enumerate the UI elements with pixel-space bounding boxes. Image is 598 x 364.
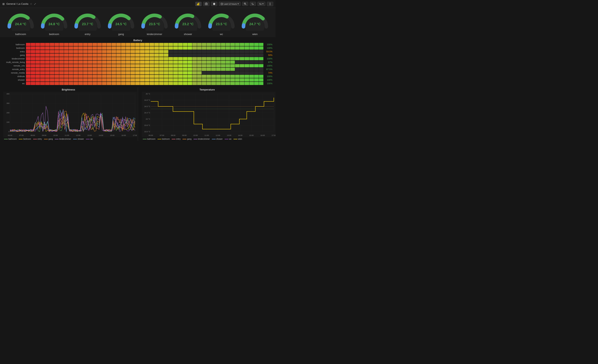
battery-cell [197,75,202,78]
battery-cell [254,71,259,74]
battery-cell [211,75,216,78]
battery-cell [230,78,235,82]
gauge-label-bedroom: bedroom [49,33,59,36]
battery-cell [135,61,140,64]
brightness-legend-item-bathroom: bathroom [4,138,17,140]
battery-cell [64,46,68,50]
battery-cell [45,78,50,82]
menu-button[interactable] [267,2,273,6]
battery-cell [102,75,107,78]
battery-cell [88,61,92,64]
battery-cell [78,54,83,57]
battery-cell [131,71,135,74]
battery-cell [211,64,216,67]
battery-cell [92,78,97,82]
battery-cell [40,57,45,60]
screenshot-button[interactable] [203,2,209,6]
battery-cell [173,57,178,60]
gauge-item-shower: 23.2 °Cshower [174,11,202,36]
battery-cell [135,68,140,71]
svg-text:24.8 °C: 24.8 °C [49,22,60,26]
gauge-svg-wc: 23.5 °C [208,11,235,31]
battery-cell [216,57,221,60]
battery-cell [140,54,144,57]
battery-cell [112,78,116,82]
battery-cell [31,75,35,78]
battery-cell [135,64,140,67]
battery-cell [121,43,125,46]
battery-cell [207,43,211,46]
bar-chart-button[interactable] [195,2,202,6]
interval-button[interactable]: 5s ▾ [257,2,265,6]
battery-cell [64,64,68,67]
battery-cell [31,54,35,57]
zoom-button[interactable] [242,2,248,6]
battery-cell [244,75,249,78]
battery-cells-bathroom [26,43,263,46]
battery-cell [202,75,206,78]
battery-row-gang: gang59% [3,54,273,57]
battery-cell [188,82,192,85]
battery-cell [140,75,144,78]
battery-cell [92,54,97,57]
battery-cell [140,82,144,85]
battery-cell [150,82,154,85]
time-range-button[interactable]: Last 12 hours ▾ [219,2,241,6]
legend-label: gang [49,138,53,140]
battery-cell [131,57,135,60]
battery-row-bedroom: bedroom100% [3,46,273,50]
share-icon[interactable]: ⤢ [34,2,36,6]
battery-cell [197,50,202,53]
battery-cell [240,61,244,64]
battery-cell [164,57,168,60]
battery-cell [168,71,173,74]
battery-cell [107,68,111,71]
grid-icon[interactable]: ⊞ [2,2,5,6]
refresh-button[interactable] [250,2,256,6]
battery-cell [225,64,230,67]
battery-cell [145,64,150,67]
svg-rect-1 [198,3,199,5]
battery-cell [74,68,78,71]
chevron-down-icon: ▾ [238,3,239,5]
battery-cell [83,68,88,71]
brightness-panel: Brightness bathroombedroomentrygangkinde… [0,87,137,141]
battery-cell [55,64,59,67]
battery-cell [254,78,259,82]
battery-cell [97,46,102,50]
battery-cell [249,43,254,46]
chevron-down-icon-2: ▾ [262,3,264,5]
battery-cell [211,78,216,82]
battery-pct-bedroom: 100% [265,47,273,49]
battery-cell [202,61,206,64]
battery-label-gang: gang [3,54,25,56]
battery-cell [225,54,230,57]
battery-cell [240,43,244,46]
battery-cell [145,54,150,57]
battery-cell [40,43,45,46]
battery-cell [40,71,45,74]
battery-cell [83,75,88,78]
battery-cell [207,82,211,85]
brightness-chart [3,92,134,137]
battery-cell [50,75,54,78]
battery-cell [240,50,244,53]
battery-cell [164,50,168,53]
battery-cell [173,50,178,53]
battery-cells-gang [26,54,263,57]
battery-cell [69,68,73,71]
battery-cell [173,61,178,64]
battery-cell [112,71,116,74]
temperature-legend-item-entry: entry [172,138,181,140]
battery-cell [97,71,102,74]
interval-label: 5s [259,3,262,5]
battery-cell [74,82,78,85]
star-icon[interactable]: ☆ [30,2,32,5]
battery-cell [178,50,183,53]
battery-cell [202,82,206,85]
battery-cell [154,78,159,82]
settings-button[interactable] [211,2,217,6]
battery-cell [150,46,154,50]
battery-cell [197,82,202,85]
battery-cell [107,61,111,64]
